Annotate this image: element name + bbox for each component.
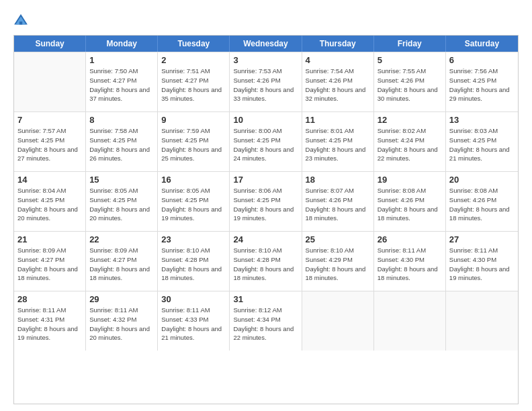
day-number: 1 bbox=[89, 55, 154, 65]
day-number: 27 bbox=[449, 234, 515, 244]
header-day-saturday: Saturday bbox=[446, 36, 518, 52]
day-info: Sunrise: 7:58 AMSunset: 4:25 PMDaylight:… bbox=[89, 126, 154, 163]
day-number: 2 bbox=[161, 55, 226, 65]
day-cell-23: 23Sunrise: 8:10 AMSunset: 4:28 PMDayligh… bbox=[158, 232, 230, 291]
day-number: 9 bbox=[161, 115, 226, 125]
calendar: SundayMondayTuesdayWednesdayThursdayFrid… bbox=[13, 35, 519, 404]
day-number: 6 bbox=[449, 55, 515, 65]
calendar-week-3: 14Sunrise: 8:04 AMSunset: 4:25 PMDayligh… bbox=[14, 171, 518, 231]
day-cell-10: 10Sunrise: 8:00 AMSunset: 4:25 PMDayligh… bbox=[230, 112, 302, 171]
calendar-week-4: 21Sunrise: 8:09 AMSunset: 4:27 PMDayligh… bbox=[14, 231, 518, 291]
day-number: 28 bbox=[17, 294, 82, 304]
day-cell-30: 30Sunrise: 8:11 AMSunset: 4:33 PMDayligh… bbox=[158, 291, 230, 351]
day-info: Sunrise: 8:08 AMSunset: 4:26 PMDaylight:… bbox=[378, 186, 442, 223]
day-info: Sunrise: 8:05 AMSunset: 4:25 PMDaylight:… bbox=[161, 186, 226, 223]
day-number: 21 bbox=[17, 234, 82, 244]
day-cell-31: 31Sunrise: 8:12 AMSunset: 4:34 PMDayligh… bbox=[230, 291, 302, 351]
logo bbox=[13, 12, 31, 28]
day-info: Sunrise: 8:10 AMSunset: 4:28 PMDaylight:… bbox=[161, 246, 226, 283]
day-number: 13 bbox=[449, 115, 515, 125]
day-cell-13: 13Sunrise: 8:03 AMSunset: 4:25 PMDayligh… bbox=[446, 112, 518, 171]
day-number: 22 bbox=[89, 234, 154, 244]
day-cell-14: 14Sunrise: 8:04 AMSunset: 4:25 PMDayligh… bbox=[14, 172, 86, 231]
day-cell-7: 7Sunrise: 7:57 AMSunset: 4:25 PMDaylight… bbox=[14, 112, 86, 171]
day-info: Sunrise: 8:11 AMSunset: 4:31 PMDaylight:… bbox=[17, 306, 82, 342]
header-day-tuesday: Tuesday bbox=[158, 36, 230, 52]
svg-rect-2 bbox=[19, 21, 22, 24]
day-info: Sunrise: 8:10 AMSunset: 4:29 PMDaylight:… bbox=[306, 246, 370, 283]
day-cell-5: 5Sunrise: 7:55 AMSunset: 4:26 PMDaylight… bbox=[374, 52, 446, 111]
day-cell-8: 8Sunrise: 7:58 AMSunset: 4:25 PMDaylight… bbox=[86, 112, 158, 171]
day-info: Sunrise: 8:11 AMSunset: 4:30 PMDaylight:… bbox=[449, 246, 515, 283]
day-number: 25 bbox=[306, 234, 370, 244]
header-day-sunday: Sunday bbox=[14, 36, 86, 52]
day-info: Sunrise: 8:07 AMSunset: 4:26 PMDaylight:… bbox=[306, 186, 370, 223]
day-cell-11: 11Sunrise: 8:01 AMSunset: 4:25 PMDayligh… bbox=[302, 112, 374, 171]
page: SundayMondayTuesdayWednesdayThursdayFrid… bbox=[0, 0, 532, 411]
calendar-week-2: 7Sunrise: 7:57 AMSunset: 4:25 PMDaylight… bbox=[14, 111, 518, 171]
day-cell-3: 3Sunrise: 7:53 AMSunset: 4:26 PMDaylight… bbox=[230, 52, 302, 111]
day-cell-empty bbox=[374, 291, 446, 351]
day-cell-24: 24Sunrise: 8:10 AMSunset: 4:28 PMDayligh… bbox=[230, 232, 302, 291]
day-number: 5 bbox=[378, 55, 442, 65]
day-cell-4: 4Sunrise: 7:54 AMSunset: 4:26 PMDaylight… bbox=[302, 52, 374, 111]
day-info: Sunrise: 7:50 AMSunset: 4:27 PMDaylight:… bbox=[89, 66, 154, 103]
day-info: Sunrise: 7:54 AMSunset: 4:26 PMDaylight:… bbox=[306, 66, 370, 103]
day-info: Sunrise: 7:55 AMSunset: 4:26 PMDaylight:… bbox=[378, 66, 442, 103]
day-info: Sunrise: 8:12 AMSunset: 4:34 PMDaylight:… bbox=[233, 306, 298, 342]
day-cell-21: 21Sunrise: 8:09 AMSunset: 4:27 PMDayligh… bbox=[14, 232, 86, 291]
day-number: 7 bbox=[17, 115, 82, 125]
day-number: 29 bbox=[89, 294, 154, 304]
day-number: 4 bbox=[306, 55, 370, 65]
day-cell-12: 12Sunrise: 8:02 AMSunset: 4:24 PMDayligh… bbox=[374, 112, 446, 171]
day-number: 15 bbox=[89, 175, 154, 185]
day-cell-27: 27Sunrise: 8:11 AMSunset: 4:30 PMDayligh… bbox=[446, 232, 518, 291]
day-info: Sunrise: 8:02 AMSunset: 4:24 PMDaylight:… bbox=[378, 126, 442, 163]
day-info: Sunrise: 8:03 AMSunset: 4:25 PMDaylight:… bbox=[449, 126, 515, 163]
day-info: Sunrise: 8:11 AMSunset: 4:33 PMDaylight:… bbox=[161, 306, 226, 342]
day-number: 31 bbox=[233, 294, 298, 304]
day-info: Sunrise: 8:05 AMSunset: 4:25 PMDaylight:… bbox=[89, 186, 154, 223]
day-info: Sunrise: 7:59 AMSunset: 4:25 PMDaylight:… bbox=[161, 126, 226, 163]
day-number: 23 bbox=[161, 234, 226, 244]
day-number: 14 bbox=[17, 175, 82, 185]
day-info: Sunrise: 8:09 AMSunset: 4:27 PMDaylight:… bbox=[17, 246, 82, 283]
day-number: 12 bbox=[378, 115, 442, 125]
day-cell-empty bbox=[14, 52, 86, 111]
day-info: Sunrise: 7:56 AMSunset: 4:25 PMDaylight:… bbox=[449, 66, 515, 103]
day-cell-28: 28Sunrise: 8:11 AMSunset: 4:31 PMDayligh… bbox=[14, 291, 86, 351]
day-number: 18 bbox=[306, 175, 370, 185]
header-day-wednesday: Wednesday bbox=[230, 36, 302, 52]
day-number: 11 bbox=[306, 115, 370, 125]
day-cell-16: 16Sunrise: 8:05 AMSunset: 4:25 PMDayligh… bbox=[158, 172, 230, 231]
day-cell-empty bbox=[302, 291, 374, 351]
day-cell-29: 29Sunrise: 8:11 AMSunset: 4:32 PMDayligh… bbox=[86, 291, 158, 351]
day-cell-19: 19Sunrise: 8:08 AMSunset: 4:26 PMDayligh… bbox=[374, 172, 446, 231]
day-cell-18: 18Sunrise: 8:07 AMSunset: 4:26 PMDayligh… bbox=[302, 172, 374, 231]
calendar-body: 1Sunrise: 7:50 AMSunset: 4:27 PMDaylight… bbox=[14, 52, 518, 351]
day-info: Sunrise: 8:09 AMSunset: 4:27 PMDaylight:… bbox=[89, 246, 154, 283]
day-cell-9: 9Sunrise: 7:59 AMSunset: 4:25 PMDaylight… bbox=[158, 112, 230, 171]
calendar-header: SundayMondayTuesdayWednesdayThursdayFrid… bbox=[14, 36, 518, 52]
day-number: 20 bbox=[449, 175, 515, 185]
day-cell-25: 25Sunrise: 8:10 AMSunset: 4:29 PMDayligh… bbox=[302, 232, 374, 291]
day-number: 8 bbox=[89, 115, 154, 125]
day-info: Sunrise: 8:04 AMSunset: 4:25 PMDaylight:… bbox=[17, 186, 82, 223]
day-cell-15: 15Sunrise: 8:05 AMSunset: 4:25 PMDayligh… bbox=[86, 172, 158, 231]
day-info: Sunrise: 7:51 AMSunset: 4:27 PMDaylight:… bbox=[161, 66, 226, 103]
day-info: Sunrise: 8:06 AMSunset: 4:25 PMDaylight:… bbox=[233, 186, 298, 223]
day-number: 10 bbox=[233, 115, 298, 125]
day-info: Sunrise: 8:11 AMSunset: 4:32 PMDaylight:… bbox=[89, 306, 154, 342]
day-info: Sunrise: 8:01 AMSunset: 4:25 PMDaylight:… bbox=[306, 126, 370, 163]
day-cell-26: 26Sunrise: 8:11 AMSunset: 4:30 PMDayligh… bbox=[374, 232, 446, 291]
header-day-thursday: Thursday bbox=[302, 36, 374, 52]
logo-icon bbox=[13, 13, 28, 28]
day-number: 16 bbox=[161, 175, 226, 185]
day-cell-6: 6Sunrise: 7:56 AMSunset: 4:25 PMDaylight… bbox=[446, 52, 518, 111]
day-info: Sunrise: 8:11 AMSunset: 4:30 PMDaylight:… bbox=[378, 246, 442, 283]
day-cell-22: 22Sunrise: 8:09 AMSunset: 4:27 PMDayligh… bbox=[86, 232, 158, 291]
header bbox=[13, 12, 519, 28]
day-number: 24 bbox=[233, 234, 298, 244]
day-info: Sunrise: 8:00 AMSunset: 4:25 PMDaylight:… bbox=[233, 126, 298, 163]
header-day-monday: Monday bbox=[86, 36, 158, 52]
